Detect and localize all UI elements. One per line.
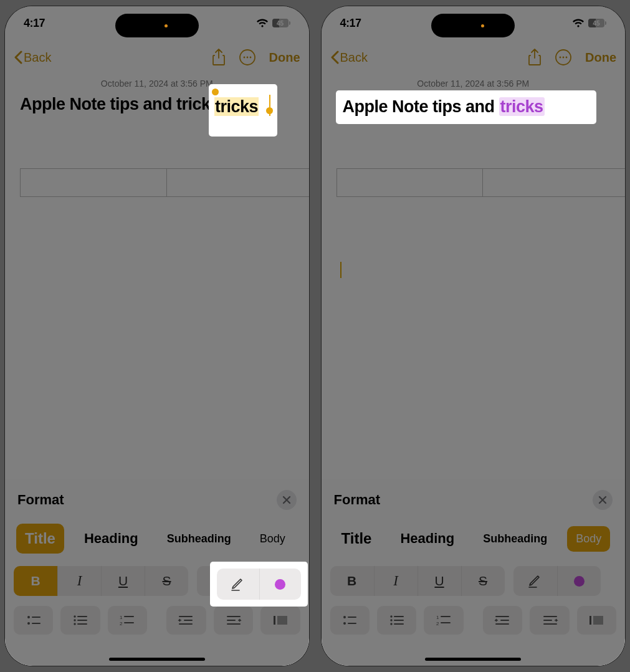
format-panel: Format Title Heading Subheading Body Mor… [322,479,626,666]
bold-button[interactable]: B [330,566,374,596]
home-indicator[interactable] [425,658,521,661]
paragraph-style-row[interactable]: Title Heading Subheading Body Mor [330,524,617,554]
svg-rect-51 [593,616,603,625]
svg-point-1 [243,57,245,59]
nav-bar: Back Done [322,40,626,75]
done-button[interactable]: Done [269,50,300,65]
block-quote-button[interactable] [260,606,300,635]
svg-rect-24 [274,616,275,625]
svg-rect-41 [441,616,451,617]
svg-rect-7 [32,623,41,624]
svg-rect-33 [348,623,356,624]
italic-button[interactable]: I [374,566,418,596]
indent-button[interactable] [214,606,253,635]
share-icon[interactable] [528,49,542,66]
style-subheading[interactable]: Subheading [474,526,556,552]
svg-rect-22 [227,620,236,621]
callout-highlighted-title: Apple Note tips and tricks [338,92,594,122]
bold-button[interactable]: B [14,566,57,596]
svg-rect-43 [441,622,451,623]
dynamic-island [115,14,199,37]
style-body[interactable]: Body [567,526,610,552]
italic-button[interactable]: I [57,566,101,596]
block-quote-button[interactable] [577,606,616,635]
numbered-list-button[interactable]: 12 [108,606,147,635]
style-heading[interactable]: Heading [391,524,463,553]
indent-button[interactable] [530,606,569,635]
status-time: 4:17 [340,17,361,30]
svg-rect-39 [394,623,404,625]
svg-point-36 [390,619,392,621]
checklist-button[interactable] [330,606,370,635]
svg-rect-25 [277,616,287,625]
text-format-group: B I U S [14,566,188,596]
format-panel-title: Format [334,492,381,508]
svg-rect-44 [495,616,509,617]
svg-point-3 [249,57,251,59]
svg-point-12 [74,623,75,625]
svg-point-6 [27,622,30,625]
back-label: Back [340,50,368,65]
callout-highlight-controls [212,564,306,605]
svg-point-4 [27,616,30,618]
svg-rect-18 [179,616,193,617]
outdent-button[interactable] [483,606,522,635]
style-heading[interactable]: Heading [75,524,147,553]
highlight-group [513,566,601,596]
status-time: 4:17 [24,17,45,30]
svg-rect-11 [77,620,87,621]
chevron-left-icon [14,50,22,64]
svg-rect-49 [543,623,557,625]
share-icon[interactable] [212,49,226,66]
back-label: Back [24,50,51,65]
highlight-color-button-callout[interactable] [259,569,302,600]
bullet-list-button[interactable] [60,606,100,635]
callout-selected-word: tricks [211,86,275,135]
chevron-left-icon [330,50,339,64]
highlight-pencil-button[interactable] [513,566,557,596]
svg-rect-50 [589,616,591,625]
strikethrough-button[interactable]: S [461,566,505,596]
close-format-button[interactable] [277,490,297,510]
numbered-list-button[interactable]: 12 [424,606,463,635]
text-format-group: B I U S [330,566,505,596]
underline-button[interactable]: U [418,566,461,596]
highlight-pencil-button-callout[interactable] [217,569,259,600]
paragraph-style-row[interactable]: Title Heading Subheading Body Mor [14,524,300,554]
svg-text:1: 1 [436,615,439,620]
strikethrough-button[interactable]: S [145,566,188,596]
more-icon[interactable] [555,49,571,65]
checklist-button[interactable] [14,606,53,635]
svg-rect-5 [32,617,41,618]
style-title[interactable]: Title [333,524,381,554]
back-button[interactable]: Back [14,50,51,65]
svg-point-2 [246,57,248,59]
svg-point-34 [390,615,392,617]
note-timestamp: October 11, 2024 at 3:56 PM [322,79,626,89]
phone-screenshot-right: 4:17 45 Back Done October 11, 2024 at 3:… [322,6,626,666]
svg-rect-45 [500,620,509,621]
home-indicator[interactable] [109,658,205,661]
svg-rect-46 [495,623,509,625]
back-button[interactable]: Back [330,50,368,65]
bullet-list-button[interactable] [377,606,416,635]
underline-button[interactable]: U [101,566,145,596]
battery-icon: 45 [588,19,606,27]
svg-rect-31 [348,617,356,618]
close-icon [282,496,291,504]
wifi-icon [572,19,585,28]
close-format-button[interactable] [593,490,613,510]
svg-point-28 [563,57,565,59]
format-panel-title: Format [17,492,64,508]
svg-text:1: 1 [120,615,123,620]
done-button[interactable]: Done [585,50,616,65]
more-icon[interactable] [239,49,255,65]
svg-text:2: 2 [120,621,123,626]
style-body[interactable]: Body [251,526,294,552]
style-subheading[interactable]: Subheading [158,526,240,552]
outdent-button[interactable] [166,606,206,635]
highlight-color-button[interactable] [557,566,601,596]
note-table-placeholder[interactable] [20,168,309,197]
style-title[interactable]: Title [16,524,64,554]
note-table-placeholder[interactable] [336,168,626,197]
